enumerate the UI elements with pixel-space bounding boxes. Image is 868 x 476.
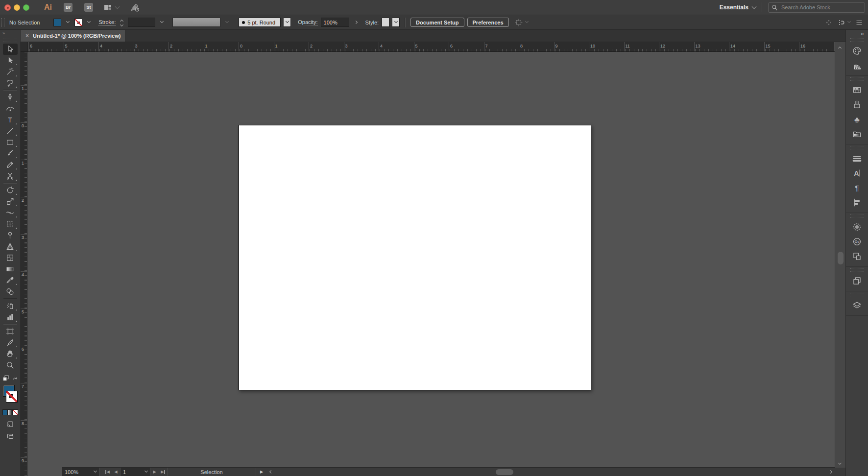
dock-expand-button[interactable]: « bbox=[861, 31, 864, 37]
workspace-switcher[interactable]: Essentials bbox=[720, 4, 756, 11]
line-segment-tool[interactable] bbox=[3, 125, 18, 137]
grid-dots-icon[interactable] bbox=[825, 19, 833, 26]
symbol-sprayer-tool[interactable] bbox=[3, 300, 18, 311]
asset-export-panel-button[interactable] bbox=[849, 273, 866, 288]
stroke-dropdown-chevron-icon[interactable] bbox=[85, 18, 93, 27]
libraries-panel-button[interactable] bbox=[849, 126, 866, 141]
gpu-performance-rocket-icon[interactable] bbox=[130, 2, 140, 12]
slice-tool[interactable] bbox=[3, 337, 18, 348]
scroll-left-arrow-icon[interactable] bbox=[267, 468, 275, 476]
type-tool[interactable]: T bbox=[3, 114, 18, 125]
stock-button[interactable]: St bbox=[84, 3, 93, 12]
vertical-ruler[interactable]: 10123456789 bbox=[21, 52, 27, 476]
perspective-grid-tool[interactable] bbox=[3, 241, 18, 252]
stroke-weight-stepper[interactable] bbox=[119, 18, 125, 27]
rotate-tool[interactable] bbox=[3, 185, 18, 196]
dock-group-grip[interactable] bbox=[850, 268, 864, 272]
dock-group-grip[interactable] bbox=[850, 293, 864, 296]
status-menu-arrow[interactable]: ▶ bbox=[256, 468, 267, 476]
curvature-tool[interactable] bbox=[3, 103, 18, 114]
opacity-input[interactable]: 100% bbox=[321, 18, 349, 27]
stroke-none-swatch[interactable] bbox=[74, 19, 82, 26]
canvas-area[interactable]: 100% ◀ ◀ 1 ▶ ▶ Selection ▶ bbox=[27, 52, 835, 476]
scroll-up-arrow-icon[interactable] bbox=[839, 45, 841, 50]
stroke-color-swatch[interactable] bbox=[6, 391, 18, 403]
preferences-button[interactable]: Preferences bbox=[467, 18, 509, 27]
stroke-weight-label[interactable]: Stroke: bbox=[98, 19, 116, 26]
color-guide-panel-button[interactable] bbox=[849, 58, 866, 72]
width-tool[interactable] bbox=[3, 207, 18, 218]
opacity-label[interactable]: Opacity: bbox=[298, 19, 317, 26]
stroke-weight-input[interactable] bbox=[128, 18, 155, 27]
scroll-down-arrow-icon[interactable] bbox=[839, 459, 841, 465]
default-fill-stroke-icon[interactable] bbox=[2, 375, 9, 381]
tools-panel-grip[interactable] bbox=[3, 39, 17, 42]
color-mode-button[interactable] bbox=[2, 409, 8, 415]
tab-close-icon[interactable]: × bbox=[25, 33, 29, 39]
cc-libraries-panel-button[interactable]: Cc bbox=[849, 234, 866, 249]
paragraph-panel-button[interactable]: ¶ bbox=[849, 180, 866, 195]
dock-group-grip[interactable] bbox=[850, 38, 864, 42]
zoom-level-dropdown[interactable]: 100% bbox=[62, 468, 99, 476]
zoom-tool[interactable] bbox=[3, 359, 18, 371]
horizontal-scrollbar[interactable] bbox=[275, 468, 826, 476]
hand-tool[interactable] bbox=[3, 348, 18, 359]
drawing-mode-button[interactable] bbox=[3, 418, 18, 429]
eyedropper-tool[interactable] bbox=[3, 275, 18, 286]
stroke-weight-chevron-icon[interactable] bbox=[158, 18, 166, 27]
window-minimize-button[interactable] bbox=[14, 4, 20, 11]
dock-group-grip[interactable] bbox=[850, 77, 864, 81]
window-close-button[interactable] bbox=[4, 4, 11, 11]
style-swatch[interactable] bbox=[382, 18, 389, 27]
artboard-number-dropdown[interactable]: 1 bbox=[120, 468, 150, 476]
artboard-tool[interactable] bbox=[3, 326, 18, 337]
swatches-panel-button[interactable] bbox=[849, 82, 866, 97]
align-panel-button[interactable] bbox=[849, 195, 866, 210]
scissors-tool[interactable] bbox=[3, 170, 18, 182]
opacity-submenu-arrow[interactable] bbox=[352, 18, 360, 27]
adobe-stock-search[interactable] bbox=[768, 2, 865, 13]
free-transform-tool[interactable] bbox=[3, 218, 18, 230]
dock-group-grip[interactable] bbox=[850, 146, 864, 149]
style-chevron-button[interactable] bbox=[392, 18, 400, 27]
controlbar-grip[interactable] bbox=[1, 18, 4, 27]
document-tab[interactable]: × Untitled-1* @ 100% (RGB/Preview) bbox=[21, 30, 126, 42]
paintbrush-tool[interactable] bbox=[3, 148, 18, 159]
vertical-scrollbar-thumb[interactable] bbox=[838, 252, 844, 264]
workspace-layout-icon[interactable] bbox=[104, 3, 119, 11]
vertical-scrollbar[interactable] bbox=[835, 42, 845, 468]
rectangle-tool[interactable] bbox=[3, 137, 18, 148]
fill-dropdown-chevron-icon[interactable] bbox=[64, 18, 72, 27]
symbols-panel-button[interactable]: ♣ bbox=[849, 112, 866, 126]
puppet-warp-tool[interactable] bbox=[3, 230, 18, 241]
lasso-tool[interactable] bbox=[3, 77, 18, 89]
gradient-mode-button[interactable] bbox=[7, 409, 13, 415]
fill-swatch[interactable] bbox=[53, 19, 61, 26]
column-graph-tool[interactable] bbox=[3, 311, 18, 323]
horizontal-scrollbar-thumb[interactable] bbox=[496, 469, 513, 475]
search-input[interactable] bbox=[780, 4, 862, 11]
color-panel-button[interactable] bbox=[849, 43, 866, 58]
screen-mode-button[interactable] bbox=[3, 430, 18, 442]
window-zoom-button[interactable] bbox=[23, 4, 29, 11]
artboard[interactable] bbox=[239, 125, 591, 390]
brushes-panel-button[interactable] bbox=[849, 97, 866, 112]
brush-chevron-button[interactable] bbox=[284, 18, 291, 27]
character-panel-button[interactable]: A bbox=[849, 166, 866, 180]
stroke-panel-button[interactable] bbox=[849, 151, 866, 166]
pencil-tool[interactable] bbox=[3, 159, 18, 170]
brush-definition-dropdown[interactable]: 5 pt. Round bbox=[239, 18, 281, 27]
snap-to-pixel-icon[interactable] bbox=[838, 19, 850, 26]
direct-selection-tool[interactable] bbox=[3, 55, 18, 66]
gradient-tool[interactable] bbox=[3, 263, 18, 275]
dock-group-grip[interactable] bbox=[850, 214, 864, 218]
horizontal-ruler[interactable]: 65432101234567891011121314151617 bbox=[21, 42, 835, 52]
magic-wand-tool[interactable] bbox=[3, 66, 18, 77]
blend-tool[interactable] bbox=[3, 286, 18, 297]
bridge-button[interactable]: Br bbox=[64, 3, 72, 12]
none-mode-button[interactable] bbox=[13, 409, 18, 415]
swap-fill-stroke-icon[interactable] bbox=[12, 375, 18, 381]
pen-tool[interactable] bbox=[3, 92, 18, 103]
selection-tool[interactable] bbox=[3, 44, 18, 55]
transparency-panel-button[interactable] bbox=[849, 219, 866, 234]
